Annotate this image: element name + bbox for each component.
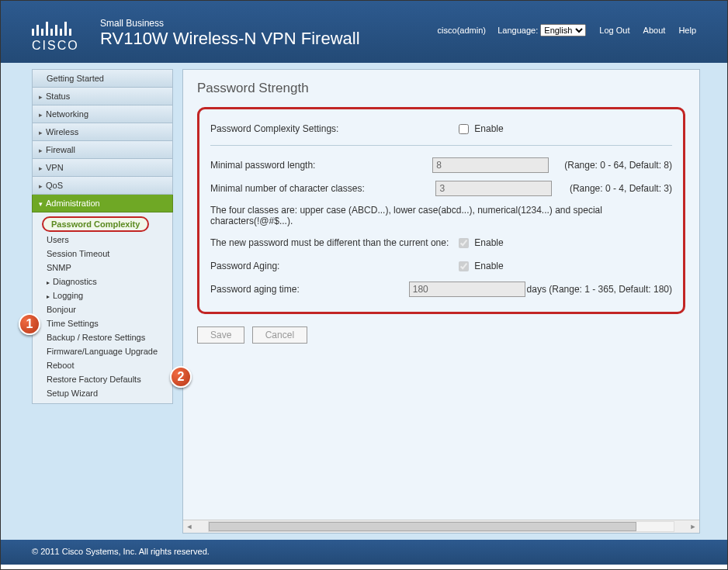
- aging-time-hint: days (Range: 1 - 365, Default: 180): [527, 284, 672, 295]
- different-label: The new password must be different than …: [210, 237, 459, 248]
- enable-label: Enable: [474, 123, 503, 134]
- language-select[interactable]: English: [540, 24, 586, 36]
- nav-qos[interactable]: QoS: [32, 177, 173, 195]
- sub-setup-wizard[interactable]: Setup Wizard: [33, 386, 172, 400]
- footer: © 2011 Cisco Systems, Inc. All rights re…: [1, 540, 727, 565]
- nav-getting-started[interactable]: Getting Started: [32, 69, 173, 88]
- nav-administration[interactable]: Administration: [32, 195, 173, 212]
- sub-bonjour[interactable]: Bonjour: [33, 302, 172, 316]
- about-link[interactable]: About: [643, 26, 666, 35]
- min-length-input[interactable]: [432, 157, 549, 173]
- aging-time-input[interactable]: [409, 282, 525, 297]
- annotation-badge-1: 1: [19, 313, 40, 335]
- sub-reboot[interactable]: Reboot: [33, 358, 172, 372]
- sub-backup-restore[interactable]: Backup / Restore Settings: [33, 330, 172, 344]
- divider: [210, 145, 672, 146]
- aging-enable-checkbox[interactable]: [459, 261, 469, 271]
- nav-vpn[interactable]: VPN: [32, 159, 173, 177]
- scroll-thumb[interactable]: [209, 522, 636, 531]
- enable-label-3: Enable: [474, 261, 503, 271]
- button-bar: Save Cancel: [197, 326, 685, 344]
- top-links: cisco(admin) Language: English Log Out A…: [438, 24, 696, 36]
- min-length-hint: (Range: 0 - 64, Default: 8): [564, 160, 672, 171]
- logout-link[interactable]: Log Out: [599, 26, 629, 35]
- complexity-label: Password Complexity Settings:: [210, 123, 459, 134]
- nav-networking[interactable]: Networking: [32, 105, 173, 123]
- aging-time-label: Password aging time:: [210, 284, 409, 295]
- min-classes-label: Minimal number of character classes:: [210, 183, 435, 194]
- complexity-enable-checkbox[interactable]: [459, 124, 469, 134]
- main-panel: Password Strength Password Complexity Se…: [182, 69, 700, 534]
- scroll-right-arrow-icon[interactable]: ►: [687, 523, 699, 530]
- sub-snmp[interactable]: SNMP: [33, 261, 172, 275]
- aging-label: Password Aging:: [210, 261, 459, 271]
- enable-label-2: Enable: [474, 237, 503, 248]
- sub-logging[interactable]: Logging: [33, 288, 172, 302]
- different-enable-checkbox[interactable]: [459, 238, 469, 248]
- small-business-label: Small Business: [100, 18, 360, 29]
- sub-factory[interactable]: Restore Factory Defaults: [33, 372, 172, 386]
- header: CISCO Small Business RV110W Wireless-N V…: [1, 1, 727, 63]
- language-label: Language:: [497, 26, 538, 35]
- nav-status[interactable]: Status: [32, 88, 173, 105]
- min-length-label: Minimal password length:: [210, 160, 432, 171]
- annotation-badge-2: 2: [170, 366, 192, 388]
- brand-text: CISCO: [32, 39, 79, 53]
- content-area: Getting Started Status Networking Wirele…: [1, 63, 727, 540]
- min-classes-hint: (Range: 0 - 4, Default: 3): [570, 183, 672, 194]
- sub-firmware[interactable]: Firmware/Language Upgrade: [33, 344, 172, 358]
- title-area: Small Business RV110W Wireless-N VPN Fir…: [100, 18, 360, 49]
- cisco-bars-icon: [32, 20, 79, 36]
- copyright: © 2011 Cisco Systems, Inc. All rights re…: [32, 547, 210, 556]
- admin-sub-items: Password Complexity Users Session Timeou…: [32, 212, 173, 404]
- sub-diagnostics[interactable]: Diagnostics: [33, 275, 172, 288]
- sub-users[interactable]: Users: [33, 233, 172, 247]
- cisco-logo: CISCO: [32, 20, 79, 53]
- settings-highlight-box: Password Complexity Settings: Enable Min…: [197, 107, 685, 314]
- classes-note: The four classes are: upper case (ABCD..…: [210, 205, 672, 226]
- cancel-button[interactable]: Cancel: [252, 326, 307, 344]
- product-title: RV110W Wireless-N VPN Firewall: [100, 29, 360, 49]
- sub-session-timeout[interactable]: Session Timeout: [33, 247, 172, 261]
- scroll-track[interactable]: [208, 521, 674, 532]
- min-classes-input[interactable]: [435, 181, 552, 196]
- page-title: Password Strength: [197, 81, 685, 96]
- scroll-left-arrow-icon[interactable]: ◄: [183, 523, 196, 530]
- save-button[interactable]: Save: [197, 326, 244, 344]
- sidebar: Getting Started Status Networking Wirele…: [32, 69, 173, 534]
- nav-firewall[interactable]: Firewall: [32, 141, 173, 159]
- sub-time-settings[interactable]: Time Settings: [33, 316, 172, 330]
- sub-password-complexity[interactable]: Password Complexity: [42, 216, 149, 232]
- user-label: cisco(admin): [438, 26, 486, 35]
- horizontal-scrollbar[interactable]: ◄ ►: [183, 520, 699, 533]
- nav-wireless[interactable]: Wireless: [32, 123, 173, 141]
- help-link[interactable]: Help: [678, 26, 696, 35]
